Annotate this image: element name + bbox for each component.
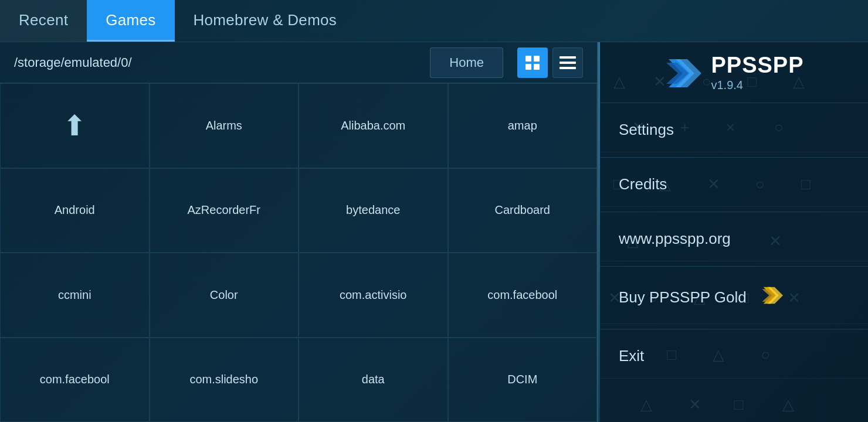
settings-menu-item[interactable]: Settings xyxy=(600,108,868,152)
home-button[interactable]: Home xyxy=(430,47,503,78)
menu-divider-4 xyxy=(600,329,868,329)
navigate-up-button[interactable]: ⬆ xyxy=(0,83,150,168)
list-item[interactable]: com.activisio xyxy=(299,253,448,338)
list-item[interactable]: com.facebool xyxy=(448,253,598,338)
current-path: /storage/emulated/0/ xyxy=(14,55,430,70)
menu-divider-2 xyxy=(600,212,868,212)
list-icon xyxy=(560,56,576,69)
ppsspp-version: v1.9.4 xyxy=(711,79,742,92)
list-item[interactable]: DCIM xyxy=(448,338,598,423)
svg-rect-0 xyxy=(525,56,531,62)
menu-divider-3 xyxy=(600,266,868,267)
list-item[interactable]: Cardboard xyxy=(448,168,598,253)
gold-psp-icon xyxy=(761,284,783,311)
list-view-button[interactable] xyxy=(552,47,583,78)
buy-gold-menu-item[interactable]: Buy PPSSPP Gold xyxy=(600,271,868,324)
credits-menu-item[interactable]: Credits xyxy=(600,162,868,207)
svg-rect-2 xyxy=(525,64,531,70)
ppsspp-logo-icon xyxy=(664,55,701,92)
menu-divider-1 xyxy=(600,157,868,158)
website-menu-item[interactable]: www.ppsspp.org xyxy=(600,217,868,261)
svg-rect-3 xyxy=(534,64,540,70)
grid-view-button[interactable] xyxy=(517,47,548,78)
tab-recent[interactable]: Recent xyxy=(0,0,87,42)
path-bar: /storage/emulated/0/ Home xyxy=(0,42,597,83)
file-browser: /storage/emulated/0/ Home xyxy=(0,42,598,422)
svg-rect-4 xyxy=(560,56,576,59)
menu-divider-top xyxy=(600,103,868,103)
list-item[interactable]: Alarms xyxy=(150,83,299,168)
list-item[interactable]: com.facebool xyxy=(0,338,150,423)
content-area: /storage/emulated/0/ Home xyxy=(0,42,868,422)
list-item[interactable]: amap xyxy=(448,83,598,168)
list-item[interactable]: com.slidesho xyxy=(150,338,299,423)
list-item[interactable]: AzRecorderFr xyxy=(150,168,299,253)
tab-homebrew[interactable]: Homebrew & Demos xyxy=(175,0,356,42)
exit-menu-item[interactable]: Exit xyxy=(600,334,868,379)
list-item[interactable]: bytedance xyxy=(299,168,448,253)
svg-rect-6 xyxy=(560,67,576,69)
list-item[interactable]: Color xyxy=(150,253,299,338)
file-grid: ⬆ Alarms Alibaba.com amap Android AzReco… xyxy=(0,83,597,422)
ppsspp-title: PPSSPP xyxy=(711,54,803,76)
tab-games[interactable]: Games xyxy=(87,0,174,42)
grid-icon xyxy=(524,55,541,71)
right-panel: △ ✕ ○ □ △ ✕ + × ○ □ △ ✕ ○ □ △ ○ □ ✕ ✕ ○ xyxy=(600,42,868,422)
list-item[interactable]: Alibaba.com xyxy=(299,83,448,168)
list-item[interactable]: ccmini xyxy=(0,253,150,338)
tabs-bar: Recent Games Homebrew & Demos xyxy=(0,0,868,42)
ppsspp-title-group: PPSSPP v1.9.4 xyxy=(711,54,803,92)
list-item[interactable]: Android xyxy=(0,168,150,253)
list-item[interactable]: data xyxy=(299,338,448,423)
ppsspp-header: PPSSPP v1.9.4 xyxy=(600,42,868,98)
svg-rect-5 xyxy=(560,62,576,64)
buy-gold-label: Buy PPSSPP Gold xyxy=(619,288,747,307)
up-arrow-icon: ⬆ xyxy=(63,109,86,142)
svg-rect-1 xyxy=(534,56,540,62)
